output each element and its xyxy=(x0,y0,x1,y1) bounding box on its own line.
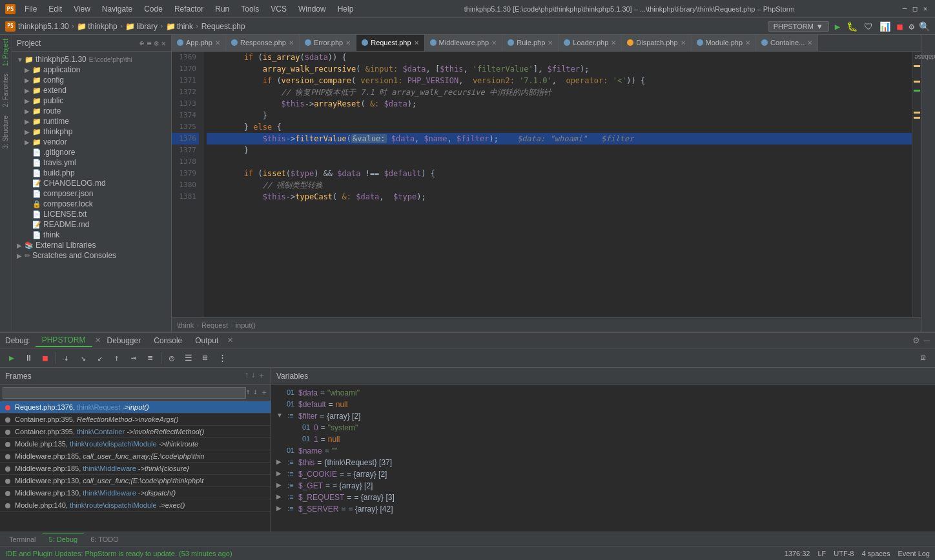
tab-error-php[interactable]: Error.php ✕ xyxy=(300,35,356,51)
menu-refactor[interactable]: Refactor xyxy=(169,3,209,15)
bottom-tab-todo[interactable]: 6: TODO xyxy=(84,534,125,545)
var-item-get[interactable]: ▶ :≡ $_GET = = {array} [2] xyxy=(271,480,935,492)
tree-item-composer-lock[interactable]: 🔒 composer.lock xyxy=(12,199,171,209)
menu-window[interactable]: Window xyxy=(293,3,331,15)
var-item-filter[interactable]: ▼ :≡ $filter = {array} [2] xyxy=(271,410,935,422)
debug-tab-phpstorm[interactable]: PHPSTORM xyxy=(36,334,92,347)
frames-up-icon[interactable]: ↑ xyxy=(245,370,249,381)
minimize-button[interactable]: ─ xyxy=(900,5,909,14)
profile-icon[interactable]: 📊 xyxy=(878,21,892,32)
tab-favorites[interactable]: 2: Favorites xyxy=(1,70,10,111)
debug-settings-icon[interactable]: ⚙ xyxy=(912,335,920,345)
coverage-icon[interactable]: 🛡 xyxy=(862,21,875,32)
tab-close-app[interactable]: ✕ xyxy=(215,39,220,46)
tree-item-public[interactable]: ▶ 📁 public xyxy=(12,95,171,106)
tab-close-module[interactable]: ✕ xyxy=(745,39,750,46)
search-everywhere-icon[interactable]: 🔍 xyxy=(919,21,930,32)
sidebar-settings-icon[interactable]: ⚙ xyxy=(154,39,159,48)
tab-container-php[interactable]: Containe... ✕ xyxy=(756,35,818,51)
tab-close-request[interactable]: ✕ xyxy=(414,39,419,46)
var-item-name[interactable]: 01 $name = "" xyxy=(271,445,935,457)
pause-btn[interactable]: ⏸ xyxy=(21,351,36,365)
var-item-server[interactable]: ▶ :≡ $_SERVER = = {array} [42] xyxy=(271,503,935,515)
tree-item-composer-json[interactable]: 📄 composer.json xyxy=(12,188,171,199)
var-item-filter-1[interactable]: 01 1 = null xyxy=(271,434,935,445)
frame-item-3[interactable]: Module.php:135, think\route\dispatch\Mod… xyxy=(0,438,271,450)
tab-response-php[interactable]: Response.php ✕ xyxy=(226,35,300,51)
tab-request-php[interactable]: Request.php ✕ xyxy=(356,35,424,51)
debug-session-close[interactable]: ✕ xyxy=(95,336,101,345)
run-to-cursor-btn[interactable]: ⇥ xyxy=(126,351,141,365)
tab-close-dispatch[interactable]: ✕ xyxy=(681,39,686,46)
breadcrumb-think[interactable]: think xyxy=(177,22,193,31)
tab-close-middleware[interactable]: ✕ xyxy=(491,39,497,46)
var-item-data[interactable]: 01 $data = "whoami" xyxy=(271,387,935,399)
force-step-into-btn[interactable]: ↙ xyxy=(92,351,108,365)
database-icon[interactable]: Database xyxy=(921,37,936,76)
tree-item-extend[interactable]: ▶ 📁 extend xyxy=(12,85,171,95)
code-area[interactable]: if (is_array($data)) { array_walk_recurs… xyxy=(204,52,912,317)
menu-vcs[interactable]: VCS xyxy=(265,3,292,15)
frames-search-down[interactable]: ↓ xyxy=(253,387,258,398)
frames-search-input[interactable] xyxy=(3,387,246,399)
maximize-button[interactable]: □ xyxy=(910,5,920,14)
stop-icon[interactable]: ■ xyxy=(895,21,904,32)
tree-item-changelog[interactable]: 📝 CHANGELOG.md xyxy=(12,178,171,188)
tree-item-route[interactable]: ▶ 📁 route xyxy=(12,106,171,116)
debug-tab-debugger[interactable]: Debugger xyxy=(101,335,148,346)
tab-close-rule[interactable]: ✕ xyxy=(548,39,553,46)
debug-tab-console[interactable]: Console xyxy=(147,335,189,346)
run-icon[interactable]: ▶ xyxy=(833,21,842,32)
tab-dispatch-php[interactable]: Dispatch.php ✕ xyxy=(622,35,691,51)
breadcrumb-library[interactable]: library xyxy=(136,22,158,31)
tab-loader-php[interactable]: Loader.php ✕ xyxy=(559,35,622,51)
step-into-btn[interactable]: ↘ xyxy=(76,351,91,365)
frame-item-1[interactable]: Container.php:395, ReflectionMethod->inv… xyxy=(0,414,271,426)
sidebar-layout-icon[interactable]: ≡ xyxy=(147,39,151,48)
tree-item-readme[interactable]: 📝 README.md xyxy=(12,219,171,230)
frame-item-0[interactable]: Request.php:1376, think\Request ->input(… xyxy=(0,401,271,414)
frames-add-icon[interactable]: ＋ xyxy=(258,370,265,381)
status-position[interactable]: 1376:32 xyxy=(785,550,810,557)
tab-close-response[interactable]: ✕ xyxy=(289,39,294,46)
menu-edit[interactable]: Edit xyxy=(43,3,67,15)
tree-item-vendor[interactable]: ▶ 📁 vendor xyxy=(12,137,171,147)
bottom-tab-terminal[interactable]: Terminal xyxy=(3,534,43,545)
tree-item-external-libs[interactable]: ▶ 📚 External Libraries xyxy=(12,240,171,250)
menu-tools[interactable]: Tools xyxy=(236,3,264,15)
tree-item-build[interactable]: 📄 build.php xyxy=(12,168,171,178)
tab-project[interactable]: 1: Project xyxy=(1,35,10,70)
show-frames-btn[interactable]: ◎ xyxy=(164,351,180,365)
frame-item-6[interactable]: Middleware.php:130, call_user_func;{E:\c… xyxy=(0,475,271,487)
tab-close-error[interactable]: ✕ xyxy=(345,39,351,46)
status-indent[interactable]: 4 spaces xyxy=(861,550,890,557)
tab-close-container[interactable]: ✕ xyxy=(807,39,812,46)
tab-app-php[interactable]: App.php ✕ xyxy=(172,35,226,51)
step-over-btn[interactable]: ↓ xyxy=(59,351,74,365)
sidebar-close-icon[interactable]: ✕ xyxy=(161,39,166,48)
debug-run-icon[interactable]: 🐛 xyxy=(845,21,859,32)
var-item-default[interactable]: 01 $default = null xyxy=(271,399,935,410)
more-btn[interactable]: ⋮ xyxy=(214,351,230,365)
menu-help[interactable]: Help xyxy=(333,3,359,15)
evaluate-btn[interactable]: ≡ xyxy=(143,351,158,365)
frame-item-4[interactable]: Middleware.php:185, call_user_func_array… xyxy=(0,450,271,463)
menu-run[interactable]: Run xyxy=(210,3,234,15)
tree-item-gitignore[interactable]: 📄 .gitignore xyxy=(12,147,171,157)
sidebar-sync-icon[interactable]: ⊕ xyxy=(139,39,144,48)
tree-item-runtime[interactable]: ▶ 📁 runtime xyxy=(12,116,171,126)
tree-item-travis[interactable]: 📄 travis.yml xyxy=(12,157,171,168)
stop-btn[interactable]: ■ xyxy=(37,351,53,365)
var-item-request[interactable]: ▶ :≡ $_REQUEST = = {array} [3] xyxy=(271,492,935,503)
debug-output-close[interactable]: ✕ xyxy=(227,336,233,345)
frames-search-up[interactable]: ↑ xyxy=(246,387,251,398)
close-button[interactable]: ✕ xyxy=(921,5,930,14)
build-icon[interactable]: ⚙ xyxy=(907,21,916,32)
tree-item-application[interactable]: ▶ 📁 application xyxy=(12,65,171,75)
frame-item-7[interactable]: Middleware.php:130, think\Middleware ->d… xyxy=(0,487,271,499)
var-item-this[interactable]: ▶ :≡ $this = {think\Request} [37] xyxy=(271,457,935,468)
tree-item-thinkphp[interactable]: ▶ 📁 thinkphp xyxy=(12,126,171,137)
tab-middleware-php[interactable]: Middleware.php ✕ xyxy=(425,35,503,51)
var-item-cookie[interactable]: ▶ :≡ $_COOKIE = = {array} [2] xyxy=(271,468,935,480)
tree-item-license[interactable]: 📄 LICENSE.txt xyxy=(12,209,171,219)
